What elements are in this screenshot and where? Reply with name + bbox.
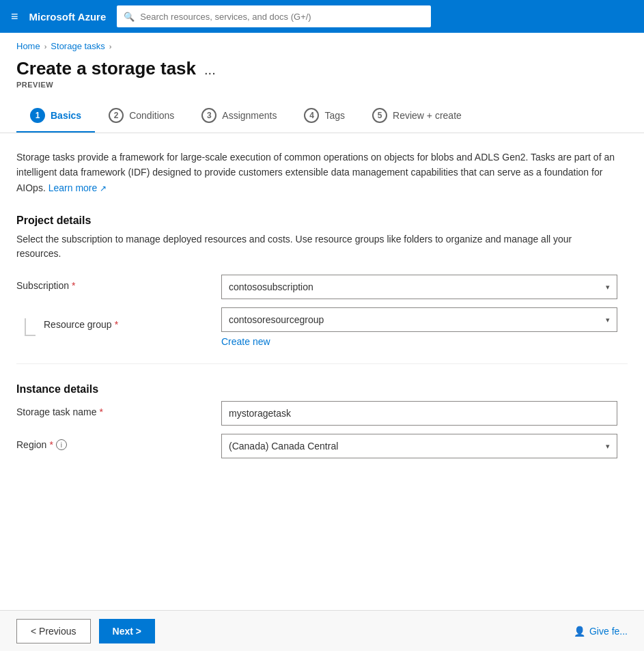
region-info-icon[interactable]: i [56, 439, 67, 450]
tab-basics[interactable]: 1 Basics [16, 102, 95, 133]
storage-task-name-row: Storage task name * [16, 401, 628, 426]
project-details-section-title: Project details [16, 214, 628, 227]
resource-group-row: Resource group * contosoresourcegroup ▾ … [16, 307, 628, 347]
step-circle-3: 3 [201, 108, 216, 123]
tab-assignments-label: Assignments [222, 110, 277, 121]
breadcrumb-home[interactable]: Home [16, 41, 40, 51]
subscription-chevron-icon: ▾ [606, 283, 610, 292]
region-field: (Canada) Canada Central ▾ [221, 434, 628, 458]
wizard-tabs: 1 Basics 2 Conditions 3 Assignments 4 Ta… [0, 97, 644, 133]
tree-line [25, 318, 36, 336]
resource-group-required: * [115, 319, 118, 330]
subscription-required: * [72, 280, 75, 291]
breadcrumb-sep1: › [44, 42, 47, 51]
description-text: Storage tasks provide a framework for la… [16, 150, 617, 195]
storage-task-name-input[interactable] [221, 401, 617, 426]
tab-review-create[interactable]: 5 Review + create [359, 102, 475, 133]
resource-group-label-container: Resource group * [16, 307, 221, 336]
resource-group-field: contosoresourcegroup ▾ Create new [221, 307, 628, 347]
create-new-link[interactable]: Create new [221, 336, 270, 347]
hamburger-icon[interactable]: ≡ [11, 10, 18, 24]
subscription-dropdown[interactable]: contososubscription ▾ [221, 275, 617, 299]
page-header: Create a storage task ... [0, 55, 644, 79]
brand-name: Microsoft Azure [29, 11, 107, 23]
region-row: Region * i (Canada) Canada Central ▾ [16, 434, 628, 458]
tab-tags[interactable]: 4 Tags [290, 102, 359, 133]
tab-conditions[interactable]: 2 Conditions [95, 102, 188, 133]
resource-group-chevron-icon: ▾ [606, 316, 610, 324]
resource-group-value: contosoresourcegroup [229, 314, 324, 325]
breadcrumb: Home › Storage tasks › [0, 33, 644, 55]
subscription-value: contososubscription [229, 281, 313, 292]
resource-group-dropdown[interactable]: contosoresourcegroup ▾ [221, 307, 617, 332]
subscription-label: Subscription * [16, 275, 221, 291]
region-label: Region * i [16, 434, 221, 450]
step-circle-1: 1 [30, 108, 45, 123]
divider [16, 363, 628, 364]
subscription-row: Subscription * contososubscription ▾ [16, 275, 628, 299]
storage-task-name-label: Storage task name * [16, 401, 221, 417]
step-circle-5: 5 [372, 108, 387, 123]
main-content: Storage tasks provide a framework for la… [0, 133, 644, 483]
tab-assignments[interactable]: 3 Assignments [188, 102, 290, 133]
breadcrumb-storage-tasks[interactable]: Storage tasks [51, 41, 105, 51]
tab-basics-label: Basics [51, 110, 81, 121]
step-circle-4: 4 [304, 108, 319, 123]
project-details-desc: Select the subscription to manage deploy… [16, 232, 617, 261]
top-nav: ≡ Microsoft Azure 🔍 [0, 0, 644, 33]
subscription-field: contososubscription ▾ [221, 275, 628, 299]
tab-review-create-label: Review + create [393, 110, 462, 121]
region-value: (Canada) Canada Central [229, 441, 338, 452]
breadcrumb-sep2: › [109, 42, 112, 51]
preview-badge: PREVIEW [0, 81, 644, 89]
page-title: Create a storage task [16, 58, 196, 79]
learn-more-link[interactable]: Learn more [48, 182, 107, 193]
tab-tags-label: Tags [324, 110, 345, 121]
storage-task-name-field [221, 401, 628, 426]
tree-connector [16, 313, 41, 336]
step-circle-2: 2 [109, 108, 124, 123]
region-dropdown[interactable]: (Canada) Canada Central ▾ [221, 434, 617, 458]
ellipsis-menu[interactable]: ... [204, 62, 216, 78]
search-input[interactable] [140, 12, 424, 22]
region-chevron-icon: ▾ [606, 442, 610, 451]
search-bar: 🔍 [117, 5, 431, 27]
search-icon: 🔍 [124, 12, 135, 22]
instance-details-section-title: Instance details [16, 383, 628, 396]
region-required: * [49, 439, 53, 450]
tab-conditions-label: Conditions [129, 110, 174, 121]
storage-task-required: * [100, 406, 103, 417]
